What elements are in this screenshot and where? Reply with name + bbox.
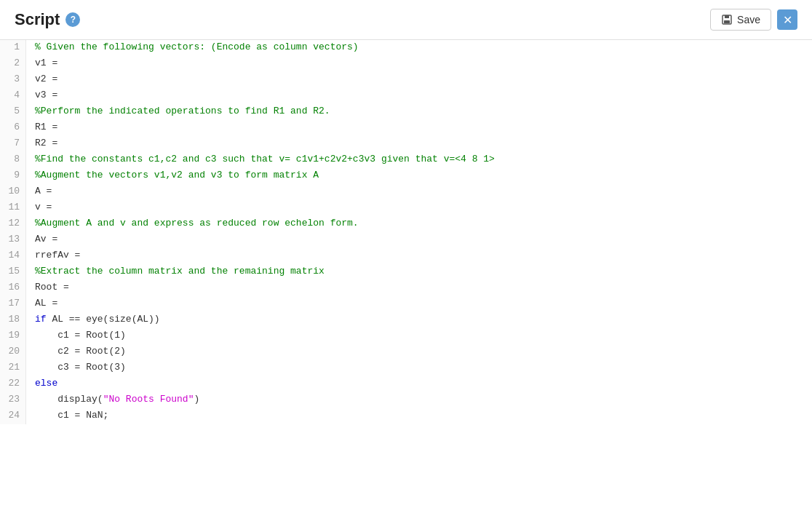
line-content[interactable]: rrefAv = [26,248,812,264]
keyword-token: else [35,378,57,389]
line-content[interactable]: %Find the constants c1,c2 and c3 such th… [26,152,812,168]
line-content[interactable]: Av = [26,232,812,248]
line-content[interactable]: c2 = Root(2) [26,344,812,360]
line-number: 23 [0,392,26,408]
line-content[interactable]: Root = [26,280,812,296]
table-row: 10A = [0,184,812,200]
line-number: 13 [0,232,26,248]
line-number: 19 [0,328,26,344]
table-row: 18if AL == eye(size(AL)) [0,312,812,328]
svg-rect-1 [725,15,729,18]
normal-token: v3 = [35,90,57,100]
line-number: 11 [0,200,26,216]
line-number: 3 [0,72,26,88]
line-number: 22 [0,376,26,392]
line-content[interactable]: c1 = Root(1) [26,328,812,344]
line-number: 17 [0,296,26,312]
comment-token: % Given the following vectors: (Encode a… [35,41,359,52]
line-content[interactable]: else [26,376,812,392]
line-number: 15 [0,264,26,280]
normal-token: AL = [35,298,57,309]
normal-token: R1 = [35,122,57,132]
normal-token: c1 = Root(1) [35,330,126,341]
line-content[interactable]: v = [26,200,812,216]
normal-token: v2 = [35,74,57,84]
normal-token: rrefAv = [35,250,80,261]
table-row: 9%Augment the vectors v1,v2 and v3 to fo… [0,168,812,184]
line-number: 8 [0,152,26,168]
line-content[interactable]: AL = [26,296,812,312]
table-row: 1% Given the following vectors: (Encode … [0,40,812,56]
comment-token: %Perform the indicated operations to fin… [35,106,330,116]
line-number: 9 [0,168,26,184]
normal-token: c1 = NaN; [35,410,108,421]
line-content[interactable]: %Augment the vectors v1,v2 and v3 to for… [26,168,812,184]
normal-token: AL == eye(size(AL)) [47,314,160,325]
line-number: 18 [0,312,26,328]
table-row: 4v3 = [0,88,812,104]
table-row: 19 c1 = Root(1) [0,328,812,344]
comment-token: %Extract the column matrix and the remai… [35,266,325,277]
line-content[interactable]: c1 = NaN; [26,408,812,424]
line-content[interactable]: % Given the following vectors: (Encode a… [26,40,812,56]
code-editor[interactable]: 1% Given the following vectors: (Encode … [0,40,812,513]
comment-token: %Augment A and v and express as reduced … [35,218,359,229]
line-number: 12 [0,216,26,232]
close-icon: ✕ [783,13,792,27]
normal-token: Av = [35,234,57,245]
keyword-token: if [35,314,47,325]
line-number: 6 [0,120,26,136]
line-number: 5 [0,104,26,120]
table-row: 17AL = [0,296,812,312]
line-content[interactable]: v3 = [26,88,812,104]
header-right: Save ✕ [710,9,797,31]
table-row: 2v1 = [0,56,812,72]
normal-token: ) [194,394,199,405]
line-content[interactable]: %Extract the column matrix and the remai… [26,264,812,280]
table-row: 24 c1 = NaN; [0,408,812,424]
line-number: 4 [0,88,26,104]
line-number: 16 [0,280,26,296]
line-number: 14 [0,248,26,264]
table-row: 21 c3 = Root(3) [0,360,812,376]
help-icon[interactable]: ? [65,12,80,27]
line-content[interactable]: v1 = [26,56,812,72]
table-row: 7R2 = [0,136,812,152]
header: Script ? Save ✕ [0,0,812,40]
line-content[interactable]: R2 = [26,136,812,152]
line-content[interactable]: R1 = [26,120,812,136]
table-row: 15%Extract the column matrix and the rem… [0,264,812,280]
table-row: 23 display("No Roots Found") [0,392,812,408]
normal-token: c2 = Root(2) [35,346,126,357]
save-button[interactable]: Save [710,9,771,31]
line-content[interactable]: %Augment A and v and express as reduced … [26,216,812,232]
table-row: 3v2 = [0,72,812,88]
line-number: 24 [0,408,26,424]
save-icon [721,14,733,25]
close-button[interactable]: ✕ [777,9,797,30]
line-content[interactable]: v2 = [26,72,812,88]
table-row: 5%Perform the indicated operations to fi… [0,104,812,120]
table-row: 20 c2 = Root(2) [0,344,812,360]
normal-token: v1 = [35,57,57,68]
line-content[interactable]: A = [26,184,812,200]
header-left: Script ? [15,10,80,29]
svg-rect-2 [724,20,730,23]
line-number: 1 [0,40,26,56]
line-content[interactable]: %Perform the indicated operations to fin… [26,104,812,120]
normal-token: v = [35,202,52,213]
comment-token: %Find the constants c1,c2 and c3 such th… [35,154,495,164]
line-content[interactable]: if AL == eye(size(AL)) [26,312,812,328]
table-row: 13Av = [0,232,812,248]
normal-token: A = [35,186,52,196]
string-token: "No Roots Found" [103,394,194,405]
line-number: 7 [0,136,26,152]
line-number: 2 [0,56,26,72]
line-content[interactable]: display("No Roots Found") [26,392,812,408]
table-row: 6R1 = [0,120,812,136]
save-label: Save [737,14,760,25]
table-row: 14rrefAv = [0,248,812,264]
normal-token: R2 = [35,138,57,148]
line-content[interactable]: c3 = Root(3) [26,360,812,376]
table-row: 8%Find the constants c1,c2 and c3 such t… [0,152,812,168]
